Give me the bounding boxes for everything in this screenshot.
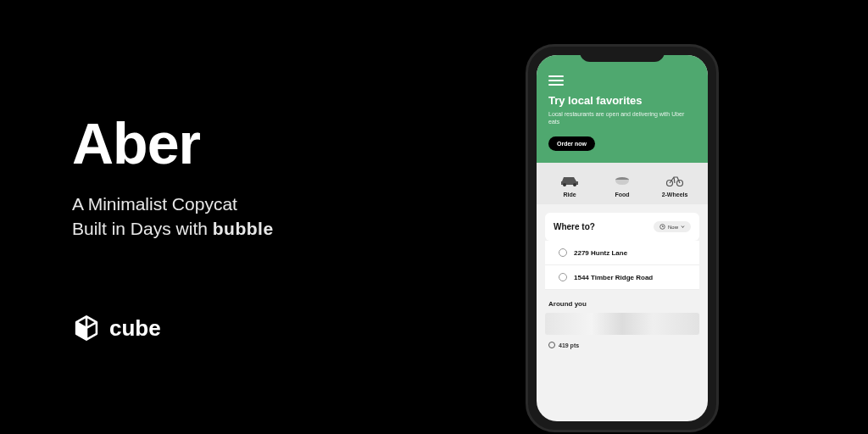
hero-banner: Try local favorites Local restaurants ar…	[537, 55, 708, 163]
time-label: Now	[668, 225, 678, 230]
category-2wheels[interactable]: 2-Wheels	[648, 171, 701, 198]
where-to-card[interactable]: Where to? Now	[545, 213, 699, 241]
cube-logo: cube	[72, 314, 161, 342]
order-now-button[interactable]: Order now	[548, 136, 595, 151]
svg-point-0	[563, 183, 566, 186]
subtitle-line2-prefix: Built in Days with	[72, 219, 213, 238]
category-label: Ride	[543, 192, 596, 198]
address-item[interactable]: 2279 Huntz Lane	[545, 241, 699, 265]
phone-mockup: Try local favorites Local restaurants ar…	[526, 44, 719, 432]
car-icon	[543, 171, 596, 190]
time-selector[interactable]: Now	[654, 221, 691, 232]
address-text: 1544 Timber Ridge Road	[574, 274, 653, 281]
points-row[interactable]: 419 pts	[548, 342, 696, 348]
clock-icon	[659, 224, 665, 230]
points-value: 419 pts	[559, 342, 579, 348]
category-label: 2-Wheels	[648, 192, 701, 198]
category-row: Ride Food 2-Wheels	[537, 163, 708, 204]
bubble-brand: bubble	[213, 219, 274, 238]
cube-logo-text: cube	[109, 315, 161, 342]
around-you-label: Around you	[548, 300, 696, 308]
hero-title: Try local favorites	[548, 94, 696, 107]
hero-subtitle: Local restaurants are open and deliverin…	[548, 110, 696, 125]
address-text: 2279 Huntz Lane	[574, 249, 627, 257]
category-label: Food	[596, 192, 648, 198]
location-icon	[559, 273, 567, 281]
bowl-icon	[596, 171, 648, 190]
cube-icon	[72, 314, 101, 342]
subtitle-line1: A Minimalist Copycat	[72, 194, 237, 214]
map-preview[interactable]	[545, 313, 699, 335]
chevron-down-icon	[681, 225, 685, 229]
category-food[interactable]: Food	[596, 171, 648, 198]
points-icon	[548, 342, 555, 348]
promo-title: Aber	[72, 110, 274, 176]
location-icon	[559, 248, 567, 257]
address-item[interactable]: 1544 Timber Ridge Road	[545, 265, 699, 290]
bike-icon	[648, 171, 701, 190]
category-ride[interactable]: Ride	[543, 171, 596, 198]
phone-notch	[580, 47, 665, 62]
svg-point-1	[573, 183, 576, 186]
app-screen: Try local favorites Local restaurants ar…	[537, 55, 708, 421]
promo-subtitle: A Minimalist Copycat Built in Days with …	[72, 192, 274, 242]
hamburger-icon[interactable]	[548, 75, 564, 86]
where-to-label: Where to?	[554, 222, 595, 231]
